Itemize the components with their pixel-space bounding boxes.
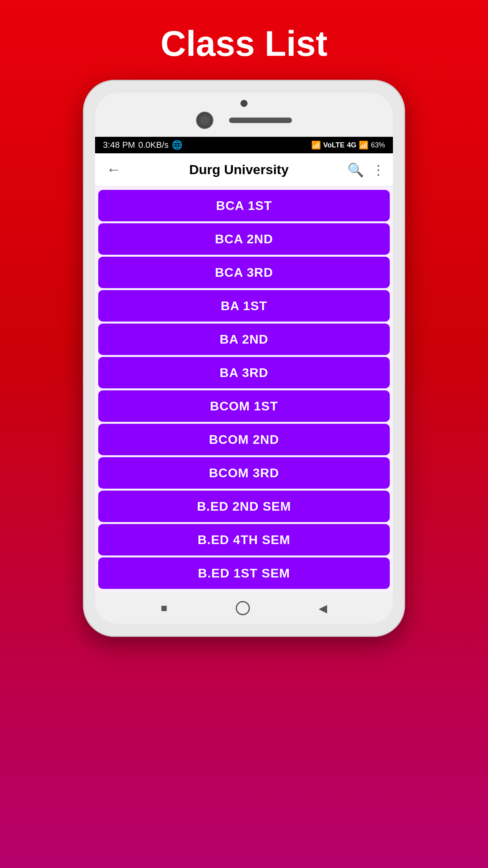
class-item-bcom3[interactable]: BCOM 3RD: [98, 457, 390, 489]
class-item-label: BCOM 2ND: [209, 432, 279, 447]
home-nav-button[interactable]: [236, 601, 250, 615]
class-item-label: BA 2ND: [220, 332, 268, 347]
class-item-label: BCA 3RD: [215, 265, 273, 280]
class-item-ba3[interactable]: BA 3RD: [98, 357, 390, 388]
globe-icon: 🌐: [172, 140, 182, 150]
class-item-bca2[interactable]: BCA 2ND: [98, 223, 390, 255]
4g-icon: 4G: [347, 141, 356, 149]
more-options-button[interactable]: ⋮: [372, 162, 385, 178]
class-item-bed2[interactable]: B.ED 2ND SEM: [98, 491, 390, 522]
class-item-label: B.ED 4TH SEM: [198, 533, 290, 547]
class-item-label: BCA 2ND: [215, 232, 273, 246]
app-bar-icons: 🔍 ⋮: [347, 162, 385, 178]
volte-icon: VoLTE: [323, 141, 345, 149]
status-bar-right: 📶 VoLTE 4G 📶 63%: [311, 140, 385, 150]
app-bar-title: Durg University: [130, 162, 347, 177]
phone-device: 3:48 PM 0.0KB/s 🌐 📶 VoLTE 4G 📶 63% ← Dur…: [83, 80, 405, 637]
class-item-ba1[interactable]: BA 1ST: [98, 290, 390, 322]
class-item-label: B.ED 2ND SEM: [197, 499, 291, 514]
class-item-bed4[interactable]: B.ED 4TH SEM: [98, 524, 390, 555]
class-item-bed1[interactable]: B.ED 1ST SEM: [98, 557, 390, 589]
class-item-label: B.ED 1ST SEM: [198, 566, 290, 581]
wifi-icon: 📶: [311, 140, 321, 150]
class-item-ba2[interactable]: BA 2ND: [98, 324, 390, 355]
front-camera-dot: [240, 100, 248, 107]
phone-top-bezel: [95, 93, 393, 137]
search-button[interactable]: 🔍: [347, 162, 364, 178]
phone-bottom-nav: ■ ◀: [95, 592, 393, 624]
class-item-label: BA 3RD: [220, 366, 268, 380]
class-item-label: BCOM 3RD: [209, 466, 279, 480]
class-list: BCA 1ST BCA 2ND BCA 3RD BA 1ST BA 2ND BA…: [95, 186, 393, 592]
class-item-label: BCA 1ST: [216, 199, 272, 213]
status-data-speed: 0.0KB/s: [138, 140, 169, 150]
back-button[interactable]: ←: [103, 158, 124, 181]
class-item-bca1[interactable]: BCA 1ST: [98, 190, 390, 221]
status-time: 3:48 PM: [103, 140, 135, 150]
class-item-bca3[interactable]: BCA 3RD: [98, 257, 390, 288]
phone-top-row: [196, 112, 292, 129]
phone-screen: 3:48 PM 0.0KB/s 🌐 📶 VoLTE 4G 📶 63% ← Dur…: [95, 137, 393, 592]
class-item-label: BCOM 1ST: [210, 399, 278, 414]
page-title: Class List: [160, 24, 327, 64]
class-item-label: BA 1ST: [221, 299, 268, 313]
status-bar-left: 3:48 PM 0.0KB/s 🌐: [103, 140, 182, 150]
front-camera: [196, 112, 213, 129]
battery-percent: 63%: [371, 141, 385, 149]
phone-speaker: [229, 118, 292, 123]
back-nav-button[interactable]: ◀: [319, 602, 327, 615]
app-bar: ← Durg University 🔍 ⋮: [95, 153, 393, 186]
status-bar: 3:48 PM 0.0KB/s 🌐 📶 VoLTE 4G 📶 63%: [95, 137, 393, 153]
square-nav-button[interactable]: ■: [161, 602, 167, 614]
signal-icon: 📶: [359, 140, 369, 150]
class-item-bcom1[interactable]: BCOM 1ST: [98, 390, 390, 422]
class-item-bcom2[interactable]: BCOM 2ND: [98, 424, 390, 455]
